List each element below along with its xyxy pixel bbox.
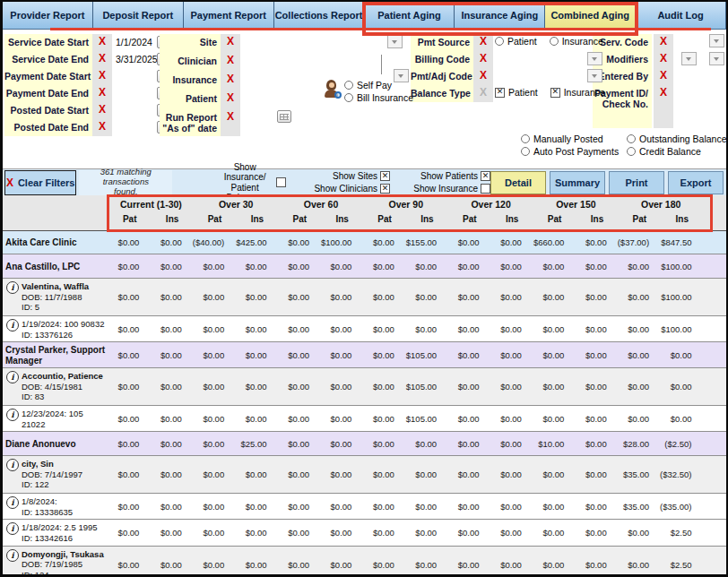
show-option-show-sites[interactable]: Show Sites [297, 170, 390, 182]
detail-button[interactable]: Detail [490, 171, 546, 194]
checkbox-show-insurance[interactable] [481, 184, 490, 194]
tab-provider-report[interactable]: Provider Report [3, 2, 93, 29]
table-row-city-sin[interactable]: city, SinDOB: 7/14/1997ID: 122$0.00$0.00… [3, 456, 726, 494]
radio-label: Insurance [562, 36, 603, 47]
cell-value: ($32.50) [661, 456, 703, 493]
tab-combined-aging[interactable]: Combined Aging [545, 2, 636, 29]
table-row-1-8-2024[interactable]: 1/8/2024:ID: 13338635$0.00$0.00$0.00$0.0… [3, 494, 726, 520]
dropdown-icon[interactable] [587, 69, 602, 82]
table-row-akita-care-clinic[interactable]: Akita Care Clinic$0.00$0.00($40.00)$425.… [3, 231, 726, 254]
table-row-12-23-2024-105[interactable]: 12/23/2024: 10521022$0.00$0.00$0.00$0.00… [3, 406, 726, 432]
tab-collections-report[interactable]: Collections Report [274, 2, 365, 29]
clear-clinician-icon[interactable] [227, 55, 234, 65]
clear-insurance-icon[interactable] [227, 73, 234, 84]
table-row-1-18-2024-2-5-1995[interactable]: 1/18/2024: 2.5 1995ID: 13342616$0.00$0.0… [3, 520, 726, 546]
info-icon[interactable] [6, 459, 19, 471]
show-option-show-clinicians[interactable]: Show Clinicians [297, 183, 390, 194]
info-icon[interactable] [6, 549, 19, 562]
checkbox-show-clinicians[interactable] [380, 184, 390, 194]
table-row-1-19-2024-100-90832[interactable]: 1/19/2024: 100 90832ID: 13376126$0.00$0.… [3, 316, 726, 342]
tab-patient-aging[interactable]: Patient Aging [365, 2, 455, 29]
clear-run-report-icon[interactable] [227, 111, 234, 122]
info-icon[interactable] [6, 281, 19, 294]
run-report-calendar-icon[interactable] [277, 110, 291, 123]
clear-billing-code-icon[interactable] [480, 53, 487, 64]
radio-manually-posted[interactable]: Manually Posted [521, 133, 619, 144]
radio-pmt-source-patient[interactable]: Patient [495, 36, 537, 47]
clear-entered-by-icon[interactable] [660, 70, 667, 81]
radio-icon [344, 93, 353, 102]
radio-self-pay[interactable]: Self Pay [344, 80, 413, 90]
radio-credit-balance[interactable]: Credit Balance [627, 146, 726, 157]
tab-audit-log[interactable]: Audit Log [636, 2, 726, 29]
row-line: Ana Castillo, LPC [5, 262, 80, 272]
table-row-crystal-parker-support-manager[interactable]: Crystal Parker, Support Manager$0.00$0.0… [3, 342, 726, 368]
clear-filters-button[interactable]: Clear Filters [4, 170, 76, 195]
info-icon[interactable] [6, 371, 19, 383]
tab-payment-report[interactable]: Payment Report [184, 2, 274, 29]
clear-posted-date-end-icon[interactable] [99, 121, 106, 132]
radio-outstanding-balance[interactable]: Outstanding Balance [627, 133, 726, 144]
clear-filters-label: Clear Filters [18, 177, 75, 188]
show-option-show-patients[interactable]: Show Patients [397, 170, 490, 182]
clear-pmt-adj-code-icon[interactable] [480, 70, 487, 81]
cell-value: $0.00 [279, 254, 321, 278]
dropdown-icon[interactable] [709, 52, 724, 65]
table-row-ana-castillo-lpc[interactable]: Ana Castillo, LPC$0.00$0.00$0.00$0.00$0.… [3, 254, 726, 279]
clear-posted-date-start-icon[interactable] [99, 104, 106, 115]
subcol-pat: Pat [533, 214, 576, 228]
radio-auto-post-payments[interactable]: Auto Post Payments [521, 146, 619, 157]
show-option-label: Show Patients [420, 171, 478, 181]
export-button[interactable]: Export [668, 171, 724, 194]
dropdown-icon[interactable] [681, 52, 697, 65]
clear-serv-code-icon[interactable] [660, 36, 667, 47]
show-option-show-insurance[interactable]: Show Insurance [397, 183, 490, 194]
clear-modifiers-icon[interactable] [660, 53, 667, 64]
table-row-domyongji-tsukasa[interactable]: Domyongji, TsukasaDOB: 7/19/1985ID: 124$… [3, 547, 726, 574]
cell-value: $0.00 [321, 520, 363, 545]
cell-value: $0.00 [363, 547, 405, 574]
clear-payment-id-icon[interactable] [660, 87, 667, 98]
radio-pmt-source-insurance[interactable]: Insurance [550, 36, 603, 47]
cell-value: $0.00 [236, 494, 278, 519]
table-row-valentina-waffla[interactable]: Valentina, WafflaDOB: 11/7/1988ID: 5$0.0… [3, 279, 726, 316]
print-button[interactable]: Print [609, 171, 664, 194]
checkbox-show-sites[interactable] [380, 171, 390, 181]
info-icon[interactable] [6, 496, 19, 509]
clear-service-date-start-icon[interactable] [99, 36, 106, 47]
column-group-current-1-30: Current (1-30) [108, 199, 194, 214]
table-row-diane-anonuevo[interactable]: Diane Anonuevo$0.00$0.00$0.00$25.00$0.00… [3, 432, 726, 456]
checkbox-show-patients[interactable] [481, 171, 490, 181]
info-icon[interactable] [6, 319, 19, 332]
summary-button[interactable]: Summary [550, 171, 605, 194]
cell-value: $100.00 [661, 279, 703, 315]
cell-value: $0.00 [406, 432, 448, 455]
row-line: city, Sin [22, 459, 82, 469]
clear-site-icon[interactable] [227, 36, 234, 47]
clear-payment-date-end-icon[interactable] [99, 87, 106, 98]
dropdown-icon[interactable] [387, 35, 403, 48]
dropdown-icon[interactable] [709, 34, 724, 47]
filter-value-service-date-start[interactable]: 1/1/2024 [116, 34, 152, 47]
cell-value: $0.00 [321, 279, 363, 315]
cell-value: $0.00 [108, 279, 151, 315]
info-icon[interactable] [6, 522, 19, 535]
cell-value: $0.00 [533, 316, 576, 341]
dropdown-icon[interactable] [587, 52, 602, 65]
clear-pmt-source-icon[interactable] [480, 36, 487, 47]
checkbox-balance-patient[interactable]: Patient [495, 87, 538, 98]
cell-value: $0.00 [363, 368, 405, 405]
radio-bill-insurance[interactable]: Bill Insurance [344, 92, 413, 103]
show-balance-checkbox[interactable] [276, 177, 286, 187]
info-icon[interactable] [6, 409, 19, 421]
cell-value: $0.00 [194, 342, 236, 367]
clear-payment-date-start-icon[interactable] [99, 70, 106, 81]
tab-deposit-report[interactable]: Deposit Report [93, 2, 184, 29]
subcol-pat: Pat [363, 214, 405, 228]
table-row-accountio-patience[interactable]: Accountio, PatienceDOB: 4/15/1981ID: 83$… [3, 368, 726, 406]
clear-service-date-end-icon[interactable] [99, 53, 106, 64]
checkbox-balance-insurance[interactable]: Insurance [550, 87, 605, 98]
tab-insurance-aging[interactable]: Insurance Aging [455, 2, 545, 29]
filter-value-service-date-end[interactable]: 3/31/2025 [116, 51, 158, 65]
clear-patient-icon[interactable] [227, 92, 234, 103]
